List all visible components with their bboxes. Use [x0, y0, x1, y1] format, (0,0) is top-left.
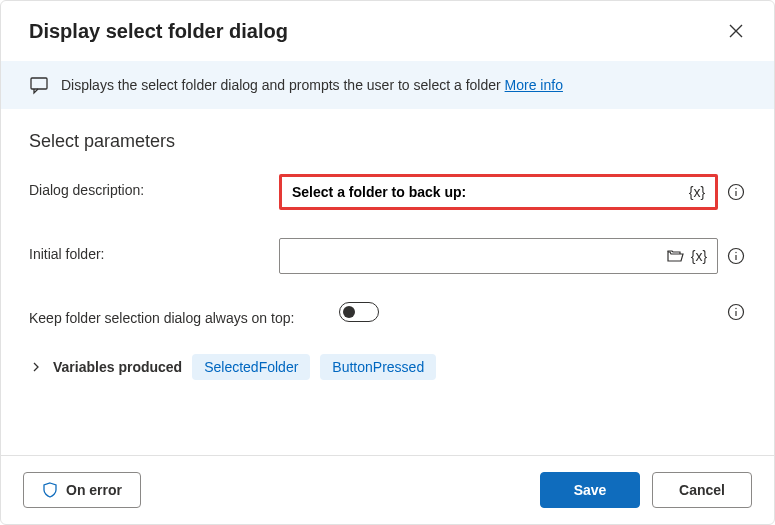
cancel-button[interactable]: Cancel [652, 472, 752, 508]
info-icon [727, 247, 745, 265]
close-button[interactable] [720, 15, 752, 47]
info-keep-on-top[interactable] [726, 302, 746, 322]
on-error-label: On error [66, 482, 122, 498]
info-icon [727, 183, 745, 201]
label-dialog-description: Dialog description: [29, 174, 279, 198]
svg-point-4 [735, 252, 736, 253]
svg-point-6 [735, 308, 736, 309]
dialog-header: Display select folder dialog [1, 1, 774, 61]
variable-pill-buttonpressed[interactable]: ButtonPressed [320, 354, 436, 380]
chevron-right-icon [31, 362, 41, 372]
browse-folder-button[interactable] [665, 246, 685, 266]
label-keep-on-top: Keep folder selection dialog always on t… [29, 302, 339, 326]
variable-token-icon: {x} [691, 248, 707, 264]
banner-text: Displays the select folder dialog and pr… [61, 77, 563, 93]
variables-produced-row: Variables produced SelectedFolder Button… [29, 354, 746, 380]
dialog-content: Select parameters Dialog description: {x… [1, 109, 774, 455]
input-dialog-description[interactable] [290, 183, 683, 201]
row-keep-on-top: Keep folder selection dialog always on t… [29, 302, 746, 326]
more-info-link[interactable]: More info [505, 77, 563, 93]
info-initial-folder[interactable] [726, 246, 746, 266]
svg-rect-0 [31, 78, 47, 89]
toggle-knob [343, 306, 355, 318]
dialog-footer: On error Save Cancel [1, 455, 774, 524]
variable-token-icon: {x} [689, 184, 705, 200]
save-label: Save [574, 482, 607, 498]
dialog-title: Display select folder dialog [29, 20, 288, 43]
comment-icon [29, 75, 49, 95]
info-icon [727, 303, 745, 321]
expand-variables-button[interactable] [29, 360, 43, 374]
close-icon [729, 24, 743, 38]
on-error-button[interactable]: On error [23, 472, 141, 508]
variable-picker-button[interactable]: {x} [687, 182, 707, 202]
cancel-label: Cancel [679, 482, 725, 498]
row-initial-folder: Initial folder: {x} [29, 238, 746, 274]
variable-picker-button-2[interactable]: {x} [689, 246, 709, 266]
variable-pill-selectedfolder[interactable]: SelectedFolder [192, 354, 310, 380]
row-dialog-description: Dialog description: {x} [29, 174, 746, 210]
dialog-window: Display select folder dialog Displays th… [0, 0, 775, 525]
info-dialog-description[interactable] [726, 182, 746, 202]
save-button[interactable]: Save [540, 472, 640, 508]
footer-right: Save Cancel [540, 472, 752, 508]
folder-open-icon [666, 247, 684, 265]
input-initial-folder[interactable] [288, 247, 661, 265]
info-banner: Displays the select folder dialog and pr… [1, 61, 774, 109]
section-title: Select parameters [29, 131, 746, 152]
input-initial-folder-wrapper: {x} [279, 238, 718, 274]
variables-produced-label: Variables produced [53, 359, 182, 375]
label-initial-folder: Initial folder: [29, 238, 279, 262]
input-dialog-description-wrapper: {x} [279, 174, 718, 210]
shield-icon [42, 482, 58, 498]
toggle-keep-on-top[interactable] [339, 302, 379, 322]
svg-point-2 [735, 188, 736, 189]
